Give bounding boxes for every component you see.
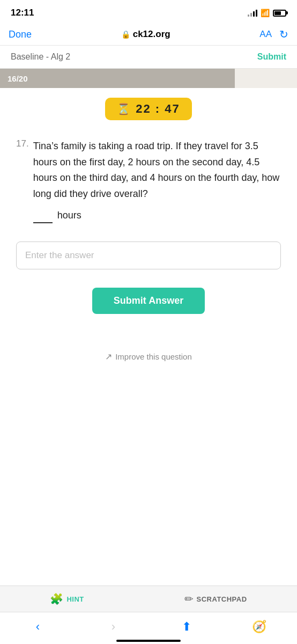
refresh-button[interactable]: ↻ [279,28,288,41]
question-suffix: hours [57,210,81,221]
question-text: Tina’s family is taking a road trip. If … [33,138,281,202]
question-blank-line: hours [33,208,281,224]
back-button[interactable]: ‹ [31,618,45,636]
progress-bar-container: 16/20 [0,69,297,88]
timer-badge: ⏳ 22 : 47 [105,98,192,120]
submit-answer-button[interactable]: Submit Answer [92,288,205,314]
status-time: 12:11 [11,8,34,18]
timer-text: 22 : 47 [136,102,180,116]
timer-seconds: 47 [165,102,180,115]
answer-section[interactable] [0,229,297,275]
aa-button[interactable]: AA [259,29,272,40]
forward-button[interactable]: › [106,618,121,636]
status-icons: 📶 [248,9,286,17]
submit-header-button[interactable]: Submit [257,52,286,62]
progress-label: 16/20 [8,74,28,83]
status-bar: 12:11 📶 [0,0,297,24]
signal-icon [248,10,257,17]
home-indicator [116,640,181,642]
timer-minutes: 22 [136,102,151,115]
improve-section: ↗ Improve this question [0,319,297,370]
question-container: 17. Tina’s family is taking a road trip.… [0,126,297,229]
improve-arrow-icon: ↗ [105,352,112,362]
timer-container: ⏳ 22 : 47 [0,88,297,126]
scratchpad-icon: ✏ [184,592,194,605]
browser-url: 🔒 ck12.org [121,29,170,40]
scratchpad-button[interactable]: ✏ SCRATCHPAD [184,592,247,605]
submit-answer-container: Submit Answer [0,275,297,319]
compass-button[interactable]: 🧭 [252,620,266,634]
hint-icon: 🧩 [50,592,63,605]
blank-line [33,222,53,223]
url-text: ck12.org [133,29,170,40]
hint-button[interactable]: 🧩 HINT [50,592,84,605]
battery-icon [273,10,286,17]
question-body: Tina’s family is taking a road trip. If … [33,138,281,223]
progress-filled: 16/20 [0,69,235,88]
nav-bar: ‹ › ⬆︎ 🧭 [0,612,297,644]
answer-input[interactable] [16,241,281,269]
lock-icon: 🔒 [121,30,130,39]
browser-bar: Done 🔒 ck12.org AA ↻ [0,24,297,46]
done-button[interactable]: Done [9,29,32,40]
question-number: 17. [16,138,29,149]
header-bar: Baseline - Alg 2 Submit [0,46,297,69]
timer-separator: : [155,102,160,115]
progress-empty [235,69,297,88]
hint-label: HINT [66,595,84,603]
improve-label: Improve this question [115,352,192,361]
quiz-title: Baseline - Alg 2 [11,52,70,62]
improve-link[interactable]: ↗ Improve this question [105,352,192,362]
bottom-toolbar: 🧩 HINT ✏ SCRATCHPAD [0,586,297,612]
share-button[interactable]: ⬆︎ [182,620,191,634]
browser-actions: AA ↻ [259,28,288,41]
wifi-icon: 📶 [261,9,270,17]
clock-icon: ⏳ [117,103,130,115]
scratchpad-label: SCRATCHPAD [197,595,247,603]
